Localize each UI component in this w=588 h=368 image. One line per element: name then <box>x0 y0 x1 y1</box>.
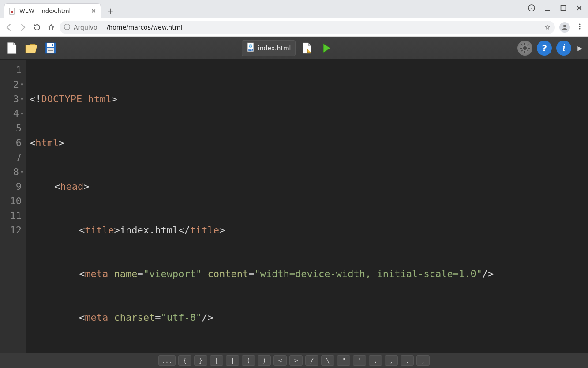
line-number: 12 <box>0 223 23 237</box>
url-scheme-label: Arquivo <box>74 24 97 31</box>
line-number: 9 <box>0 179 23 194</box>
code-line: <head> <box>30 179 588 194</box>
svg-rect-2 <box>11 12 13 13</box>
editor-app: HTML index.html ? i ▶ <box>0 37 588 368</box>
line-number: 4▼ <box>0 106 23 121</box>
window-maximize-button[interactable] <box>558 2 569 14</box>
svg-rect-12 <box>52 44 53 46</box>
window-minimize-button[interactable] <box>542 2 553 14</box>
browser-right-controls <box>559 22 583 33</box>
symbol-key[interactable]: ) <box>258 355 271 366</box>
svg-text:HTML: HTML <box>248 49 253 51</box>
new-tab-button[interactable]: + <box>104 4 117 17</box>
code-line: <!DOCTYPE html> <box>30 92 588 106</box>
symbol-key[interactable]: ... <box>158 355 176 366</box>
url-field[interactable]: ⓘ Arquivo /home/marcos/wew.html ☆ <box>60 21 555 34</box>
symbol-key[interactable]: , <box>385 355 398 366</box>
line-number: 11 <box>0 208 23 223</box>
symbol-key[interactable]: > <box>289 355 303 366</box>
address-bar: ⓘ Arquivo /home/marcos/wew.html ☆ <box>0 18 588 37</box>
site-info-icon: ⓘ <box>64 23 70 31</box>
symbol-key[interactable]: " <box>337 355 350 366</box>
svg-rect-25 <box>528 48 530 49</box>
code-line: <title>index.html</title> <box>30 223 588 237</box>
line-number: 5 <box>0 121 23 135</box>
dropdown-indicator-icon[interactable] <box>526 2 537 14</box>
symbol-key[interactable]: \ <box>321 355 334 366</box>
nav-buttons <box>5 23 55 31</box>
line-number: 1 <box>0 63 23 77</box>
symbol-key[interactable]: : <box>401 355 414 366</box>
svg-rect-29 <box>521 49 523 51</box>
url-separator <box>102 23 102 31</box>
svg-rect-1 <box>11 11 13 12</box>
tab-close-icon[interactable]: ✕ <box>91 8 96 15</box>
nav-home-button[interactable] <box>47 23 55 31</box>
fold-marker-icon[interactable]: ▼ <box>21 106 23 121</box>
avatar-icon <box>559 22 570 33</box>
svg-point-7 <box>579 23 580 25</box>
toolbar-overflow-icon[interactable]: ▶ <box>576 45 584 52</box>
fold-marker-icon[interactable]: ▼ <box>21 165 23 179</box>
line-number: 2▼ <box>0 77 23 92</box>
run-button[interactable] <box>318 40 334 56</box>
symbol-key[interactable]: ; <box>416 355 430 366</box>
editor-toolbar: HTML index.html ? i ▶ <box>0 37 588 60</box>
line-number: 8▼ <box>0 165 23 179</box>
window-close-button[interactable] <box>573 2 585 14</box>
open-file-button[interactable] <box>23 40 39 56</box>
fold-marker-icon[interactable]: ▼ <box>21 92 23 106</box>
symbol-key[interactable]: . <box>369 355 382 366</box>
active-file-tab[interactable]: HTML index.html <box>242 40 296 56</box>
symbol-key[interactable]: ] <box>226 355 239 366</box>
url-origin-chip[interactable]: ⓘ Arquivo <box>64 23 97 31</box>
svg-rect-0 <box>10 8 14 14</box>
symbol-key[interactable]: [ <box>210 355 223 366</box>
url-path-text: /home/marcos/wew.html <box>107 24 540 31</box>
help-button[interactable]: ? <box>537 41 552 56</box>
fold-marker-icon[interactable]: ▼ <box>21 77 23 92</box>
save-file-button[interactable] <box>43 40 59 56</box>
code-editor[interactable]: 12▼3▼4▼5678▼9101112 <!DOCTYPE html> <htm… <box>0 60 588 353</box>
symbol-key[interactable]: / <box>305 355 318 366</box>
code-line: <html> <box>30 135 588 150</box>
line-number: 6 <box>0 135 23 150</box>
symbol-key[interactable]: { <box>178 355 191 366</box>
tab-strip: WEW - index.html ✕ + <box>0 0 588 18</box>
line-number: 7 <box>0 150 23 165</box>
settings-button[interactable] <box>517 41 532 56</box>
browser-tab-title: WEW - index.html <box>19 8 71 14</box>
window-controls <box>526 2 585 14</box>
toolbar-center-group: HTML index.html <box>242 40 335 56</box>
nav-forward-button[interactable] <box>19 23 27 31</box>
file-action-button[interactable] <box>299 40 315 56</box>
svg-rect-5 <box>561 6 566 11</box>
browser-menu-button[interactable] <box>576 23 583 32</box>
symbol-key[interactable]: < <box>273 355 287 366</box>
svg-rect-16 <box>48 52 53 52</box>
symbol-key[interactable]: } <box>194 355 207 366</box>
browser-tab-active[interactable]: WEW - index.html ✕ <box>4 3 101 18</box>
svg-rect-26 <box>521 44 523 45</box>
line-number: 3▼ <box>0 92 23 106</box>
svg-rect-24 <box>520 48 522 49</box>
new-file-button[interactable] <box>4 40 20 56</box>
symbol-key[interactable]: ' <box>353 355 366 366</box>
svg-point-9 <box>579 28 580 29</box>
bookmark-star-icon[interactable]: ☆ <box>544 23 551 31</box>
svg-point-6 <box>563 25 566 27</box>
code-line: <meta name="viewport" content="width=dev… <box>30 267 588 281</box>
svg-rect-27 <box>527 49 529 51</box>
profile-avatar-button[interactable] <box>559 22 570 33</box>
line-number: 10 <box>0 194 23 208</box>
svg-rect-4 <box>545 10 550 11</box>
html-file-icon: HTML <box>247 42 255 53</box>
svg-rect-23 <box>524 51 525 53</box>
active-file-label: index.html <box>258 45 291 52</box>
code-area[interactable]: <!DOCTYPE html> <html> <head> <title>ind… <box>26 60 588 353</box>
nav-back-button[interactable] <box>5 23 13 31</box>
symbol-key[interactable]: ( <box>242 355 255 366</box>
about-button[interactable]: i <box>556 41 571 56</box>
toolbar-right-group: ? i ▶ <box>517 41 584 56</box>
nav-reload-button[interactable] <box>33 23 41 31</box>
